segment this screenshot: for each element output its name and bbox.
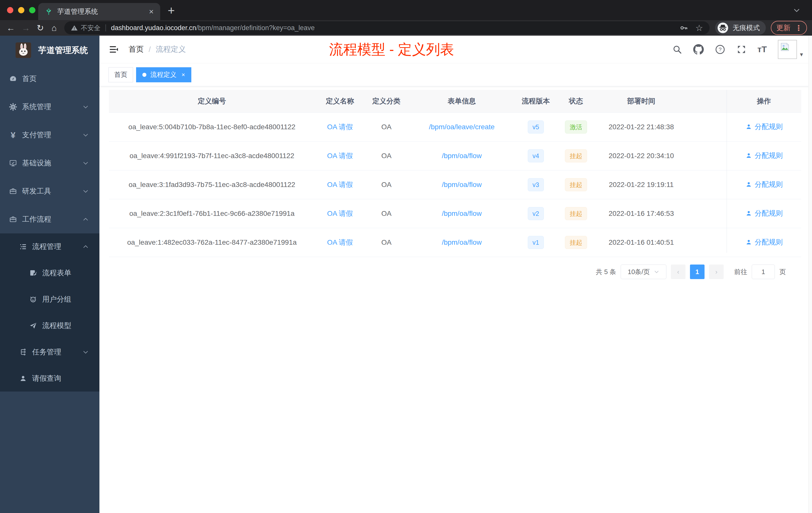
version-badge: v3 [528,178,544,191]
sidebar-item-label: 请假查询 [32,373,61,384]
breadcrumb-home[interactable]: 首页 [128,44,144,55]
assign-rule-button[interactable]: 分配规则 [745,122,783,131]
definition-name-link[interactable]: OA 请假 [327,238,353,246]
form-info-link[interactable]: /bpm/oa/leave/create [429,123,495,131]
tag-close-icon[interactable]: × [181,71,185,78]
definition-name-link[interactable]: OA 请假 [327,152,353,160]
user-avatar[interactable]: ▾ [778,40,803,59]
briefcase-icon [8,215,18,224]
fullscreen-icon[interactable] [736,44,747,55]
paper-plane-icon [29,321,38,330]
assign-rule-button[interactable]: 分配规则 [745,209,783,218]
definition-name-link[interactable]: OA 请假 [327,210,353,217]
sidebar-item-label: 支付管理 [22,130,51,140]
page-size-value: 10条/页 [628,268,650,276]
search-icon[interactable] [672,44,682,55]
reload-button[interactable]: ↻ [37,23,44,33]
form-info-link[interactable]: /bpm/oa/flow [442,181,482,188]
goto-page-input[interactable] [752,265,775,279]
toolbox-icon [8,187,18,196]
update-label[interactable]: 更新 [776,23,790,33]
table-row: oa_leave:5:004b710b-7b8a-11ec-8ef0-acde4… [109,113,801,142]
sidebar-item-支付管理[interactable]: ¥支付管理 [0,121,99,149]
definition-name-link[interactable]: OA 请假 [327,123,353,131]
page-unit-label: 页 [779,268,786,276]
home-button[interactable]: ⌂ [51,23,58,33]
window-maximize-button[interactable] [29,7,35,13]
sidebar-logo[interactable]: 芋道管理系统 [0,36,99,65]
password-key-icon[interactable] [679,24,688,32]
tag-流程定义[interactable]: 流程定义× [136,67,191,82]
back-button[interactable]: ← [6,23,15,33]
sidebar-item-label: 流程模型 [42,321,71,331]
sidebar-item-用户分组[interactable]: 用户分组 [0,286,99,312]
next-page-button[interactable]: › [709,265,724,279]
form-info-link[interactable]: /bpm/oa/flow [442,238,482,246]
browser-toolbar: ← → ↻ ⌂ 不安全 dashboard.yudao.iocoder.cn/b… [0,20,812,36]
sidebar-item-首页[interactable]: 首页 [0,65,99,93]
window-close-button[interactable] [7,7,13,13]
address-bar[interactable]: 不安全 dashboard.yudao.iocoder.cn/bpm/manag… [64,21,709,34]
page-scrollbar[interactable] [808,36,812,513]
cell-filler [687,228,727,257]
sidebar-toggle-hamburger-icon[interactable] [109,44,119,55]
tab-search-chevron-icon[interactable] [793,6,801,15]
browser-menu-dots-icon[interactable]: ⋮ [795,24,803,32]
cell-filler [687,113,727,142]
sidebar-item-流程管理[interactable]: 流程管理 [0,233,99,260]
sidebar-item-基础设施[interactable]: 基础设施 [0,149,99,177]
help-question-icon[interactable]: ? [715,44,725,55]
chevron-down-icon [82,132,89,138]
forward-button[interactable]: → [22,23,30,33]
incognito-label: 无痕模式 [733,23,760,32]
url-text[interactable]: dashboard.yudao.iocoder.cn/bpm/manager/d… [111,24,672,32]
browser-tab[interactable]: 芋道管理系统 × [38,3,160,20]
browser-update-button[interactable]: 更新 ⋮ [771,21,807,35]
sidebar-item-label: 用户分组 [42,294,71,304]
page-number-button[interactable]: 1 [690,265,704,279]
sidebar-item-请假查询[interactable]: 请假查询 [0,365,99,392]
user-group-icon [29,295,38,304]
assign-rule-button[interactable]: 分配规则 [745,180,783,189]
assign-rule-button[interactable]: 分配规则 [745,237,783,247]
avatar-dropdown-caret-icon[interactable]: ▾ [800,51,803,59]
sidebar-item-任务管理[interactable]: 任务管理 [0,339,99,365]
tags-view-bar: 首页流程定义× [99,63,812,86]
sidebar-item-流程表单[interactable]: 流程表单 [0,260,99,286]
bookmark-star-icon[interactable]: ☆ [696,23,703,33]
app-title: 芋道管理系统 [38,45,88,56]
cell-deploy-time: 2022-01-22 19:19:11 [596,171,687,199]
font-size-icon[interactable]: тТ [757,44,767,54]
chevron-down-icon [82,349,89,355]
sidebar-item-流程模型[interactable]: 流程模型 [0,312,99,339]
col-header-definition-category: 定义分类 [365,90,408,113]
sidebar-item-工作流程[interactable]: 工作流程 [0,205,99,233]
version-badge: v4 [528,149,544,162]
col-header-process-version: 流程版本 [516,90,556,113]
github-icon[interactable] [693,44,704,55]
sidebar-item-系统管理[interactable]: 系统管理 [0,93,99,121]
form-info-link[interactable]: /bpm/oa/flow [442,152,482,160]
new-tab-button[interactable]: + [168,3,175,17]
prev-page-button[interactable]: ‹ [671,265,686,279]
tag-首页[interactable]: 首页 [109,67,133,82]
tab-close-icon[interactable]: × [149,7,154,16]
table-row: oa_leave:1:482ec033-762a-11ec-8477-a2380… [109,228,801,257]
security-label[interactable]: 不安全 [81,24,100,32]
status-badge: 激活 [565,120,587,133]
cell-filler [687,142,727,171]
definition-name-link[interactable]: OA 请假 [327,181,353,188]
assign-rule-label: 分配规则 [755,151,783,160]
fixed-column-divider [727,90,727,253]
status-badge: 挂起 [565,149,587,162]
assign-rule-button[interactable]: 分配规则 [745,151,783,160]
security-warning-icon[interactable] [71,24,78,31]
page-size-select[interactable]: 10条/页 [621,265,666,279]
form-info-link[interactable]: /bpm/oa/flow [442,210,482,217]
window-minimize-button[interactable] [18,7,24,13]
goto-label: 前往 [734,268,747,276]
assign-rule-label: 分配规则 [755,122,783,131]
sidebar-item-label: 系统管理 [22,102,51,112]
breadcrumb-separator: / [149,45,151,54]
sidebar-item-研发工具[interactable]: 研发工具 [0,177,99,205]
